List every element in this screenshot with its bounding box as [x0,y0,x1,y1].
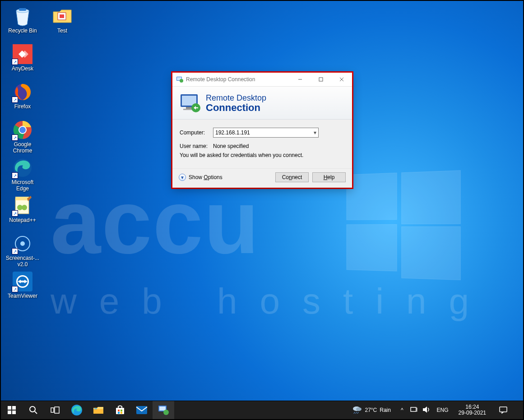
svg-rect-32 [8,411,11,414]
shortcut-overlay-icon: ↗ [12,97,18,103]
chevron-down-icon: ▾ [314,129,316,136]
notepadpp-icon: ↗ [12,195,33,217]
svg-rect-45 [121,412,122,414]
volume-icon[interactable] [422,406,431,415]
rdc-banner-line1: Remote Desktop [206,93,266,103]
show-options-label: Show Options [189,174,223,180]
svg-rect-22 [319,78,323,81]
rdc-banner-icon [179,92,201,113]
svg-rect-31 [12,406,16,410]
chrome-icon: ↗ [12,119,33,141]
desktop-icon-firefox[interactable]: ↗ Firefox [5,81,41,116]
weather-temp: 27°C [365,407,377,413]
search-button[interactable] [23,401,44,419]
svg-point-49 [163,410,169,415]
rdc-titlebar[interactable]: Remote Desktop Connection [172,73,352,86]
rdc-banner: Remote Desktop Connection [172,86,352,120]
taskbar-app-store[interactable] [109,401,131,419]
svg-rect-1 [19,8,26,11]
rdc-title-text: Remote Desktop Connection [186,76,255,83]
teamviewer-icon: ↗ [12,271,33,292]
svg-rect-40 [94,408,97,409]
taskbar-app-mail[interactable] [131,401,153,419]
anydesk-icon: ↗ [12,43,33,65]
connect-button[interactable]: Connect [275,172,309,182]
rdc-titlebar-icon [176,76,183,83]
clock-date: 29-09-2021 [459,410,486,416]
desktop-icon-recycle-bin[interactable]: Recycle Bin [5,5,41,41]
chevron-down-icon: ▼ [179,174,186,181]
desktop-icon-teamviewer[interactable]: ↗ TeamViewer [5,271,41,306]
svg-rect-42 [118,410,120,411]
task-view-button[interactable] [44,401,66,419]
svg-point-7 [19,127,26,133]
svg-rect-43 [121,410,122,411]
shortcut-overlay-icon: ↗ [12,172,18,179]
svg-rect-3 [60,14,64,18]
help-button[interactable]: Help [312,172,346,182]
tray-overflow-button[interactable]: ^ [399,407,405,413]
svg-rect-44 [118,412,120,414]
svg-rect-36 [51,408,54,412]
show-options-toggle[interactable]: ▼ Show Options [179,174,223,181]
recycle-bin-icon [12,5,33,27]
folder-icon [51,5,73,27]
taskbar-app-edge[interactable] [66,401,88,419]
taskbar-app-explorer[interactable] [88,401,109,419]
weather-cond: Rain [380,407,391,413]
svg-line-52 [354,412,355,414]
weather-widget[interactable]: 27°C Rain [348,406,394,415]
desktop-icon-label: Google Chrome [13,142,32,154]
svg-line-35 [35,411,37,414]
language-indicator[interactable]: ENG [435,407,450,413]
desktop-icon-label: Notepad++ [9,217,36,224]
svg-rect-17 [21,281,24,282]
desktop-icon-label: Screencast-... v2.0 [6,255,39,268]
desktop-icon-anydesk[interactable]: ↗ AnyDesk [5,43,41,78]
svg-point-51 [356,407,362,411]
desktop-icon-notepadpp[interactable]: ↗ Notepad++ [5,195,41,230]
svg-line-54 [357,412,358,414]
highlight-box: Remote Desktop Connection Remote Desktop… [171,71,353,189]
desktop-icon-label: Test [57,28,67,34]
computer-value: 192.168.1.191 [215,129,250,136]
desktop-icon-label: Firefox [14,104,31,110]
windows-logo-watermark [347,170,470,288]
username-label: User name: [180,143,213,149]
weather-icon [352,406,362,415]
svg-rect-56 [500,407,507,412]
shortcut-overlay-icon: ↗ [12,59,18,65]
edge-icon: ↗ [12,157,33,179]
svg-rect-33 [12,411,16,414]
maximize-button[interactable] [311,73,331,86]
svg-rect-55 [411,407,416,411]
desktop-icon-label: Recycle Bin [8,28,37,34]
close-button[interactable] [331,73,352,86]
desktop-icon-label: AnyDesk [12,66,33,72]
svg-rect-48 [159,406,166,411]
desktop-icon-screencast[interactable]: ↗ Screencast-... v2.0 [5,233,41,268]
shortcut-overlay-icon: ↗ [12,134,18,141]
svg-point-12 [22,205,27,210]
taskbar: 27°C Rain ^ ENG 16:24 29-09-2021 [1,401,523,419]
svg-rect-27 [186,107,192,109]
desktop[interactable]: accu web hosting Recycle Bin Test [1,1,523,401]
firefox-icon: ↗ [12,81,33,103]
computer-combobox[interactable]: 192.168.1.191 ▾ [213,128,319,138]
start-button[interactable] [1,401,23,419]
svg-rect-46 [136,406,147,414]
username-value: None specified [213,143,249,149]
shortcut-overlay-icon: ↗ [12,248,18,254]
svg-point-34 [30,406,35,412]
taskbar-app-rdc[interactable] [153,401,174,419]
minimize-button[interactable] [290,73,311,86]
shortcut-overlay-icon: ↗ [12,210,18,217]
taskbar-clock[interactable]: 16:24 29-09-2021 [455,404,490,416]
desktop-icon-edge[interactable]: ↗ Microsoft Edge [5,157,41,192]
desktop-icon-label: TeamViewer [8,293,37,300]
desktop-icon-chrome[interactable]: ↗ Google Chrome [5,119,41,154]
desktop-icon-test-folder[interactable]: Test [44,5,80,41]
credentials-hint: You will be asked for credentials when y… [180,152,345,158]
network-icon[interactable] [410,406,418,415]
action-center-button[interactable] [494,406,512,414]
